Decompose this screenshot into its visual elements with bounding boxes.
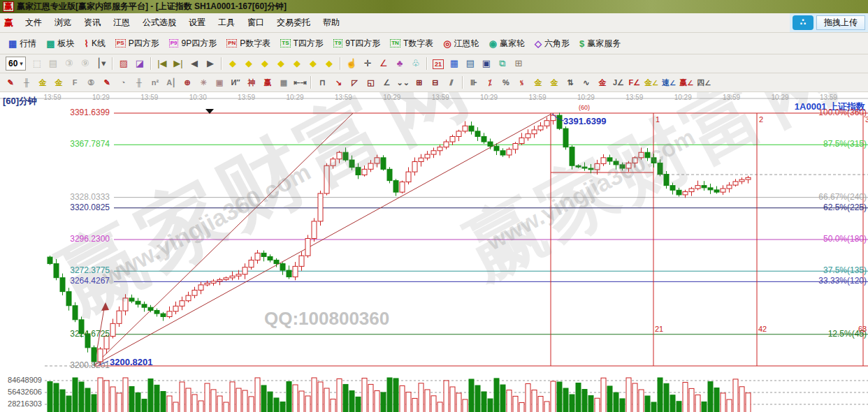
- text-tool[interactable]: A⎮: [164, 75, 179, 90]
- speed-angle-tool[interactable]: 速∠: [660, 75, 677, 90]
- gold-angle-tool[interactable]: 金∠: [643, 75, 660, 90]
- gann-wheel-button[interactable]: ◎江恩轮: [439, 35, 483, 52]
- winner-wheel-button[interactable]: ◉赢家轮: [485, 35, 529, 52]
- menu-窗口[interactable]: 窗口: [241, 15, 270, 31]
- calendar-tool[interactable]: 21: [431, 56, 446, 71]
- draw-pen-tool[interactable]: ✎: [3, 75, 18, 90]
- next-button[interactable]: ▶: [203, 56, 218, 71]
- drag-upload-button[interactable]: 拖拽上传: [816, 15, 865, 30]
- wave-shape-tool[interactable]: ♧: [408, 56, 424, 71]
- diamond-h-tool[interactable]: ◆: [257, 56, 273, 71]
- zigzag-tool[interactable]: ⌄⌄: [395, 75, 410, 90]
- time-cycle-tool[interactable]: ◔: [115, 75, 131, 90]
- p-square-button[interactable]: PSP四方形: [111, 35, 164, 52]
- grid-box2-tool[interactable]: ⊟: [428, 75, 443, 90]
- winner-service-button[interactable]: $赢家服务: [575, 35, 625, 52]
- hand-tool[interactable]: ☝: [344, 56, 359, 71]
- bars-9-tool[interactable]: ⑨: [78, 56, 93, 71]
- crosshair-tool[interactable]: ✛: [360, 56, 375, 71]
- period-dropdown[interactable]: 60 ▾: [6, 57, 26, 71]
- bars-3-tool[interactable]: ③: [62, 56, 77, 71]
- percent-line-tool[interactable]: ⁒: [482, 75, 498, 90]
- kline-button[interactable]: ⌇K线: [80, 35, 110, 52]
- gold-red-tool[interactable]: 金: [595, 75, 610, 90]
- diamond-compress-tool[interactable]: ◆: [289, 56, 305, 71]
- win-grid-tool[interactable]: 赢: [260, 75, 275, 90]
- percent-level-tool[interactable]: ﹪: [514, 75, 530, 90]
- menu-设置[interactable]: 设置: [182, 15, 212, 31]
- gold-grid-tool[interactable]: 金: [35, 75, 50, 90]
- win-angle-tool[interactable]: 赢∠: [678, 75, 695, 90]
- last-page-button[interactable]: ▶|: [171, 56, 186, 71]
- network-tool[interactable]: ⧉: [495, 56, 510, 71]
- span-tool[interactable]: ⇤⇥: [292, 75, 308, 90]
- fan-lines-tool[interactable]: ↘: [331, 75, 346, 90]
- t-number-table-button[interactable]: TNT数字表: [386, 35, 437, 52]
- fib-grid-tool[interactable]: F: [67, 75, 82, 90]
- grid-line-tool[interactable]: ╫: [19, 75, 34, 90]
- gold-level-tool[interactable]: 金: [547, 75, 562, 90]
- hexagon-button[interactable]: ◇六角形: [530, 35, 574, 52]
- box-top-tool[interactable]: ⊓: [314, 75, 330, 90]
- menu-帮助[interactable]: 帮助: [317, 15, 346, 31]
- brush-tool[interactable]: ✎: [99, 75, 115, 90]
- j-angle-tool[interactable]: J∠: [611, 75, 626, 90]
- diamond-expand-tool[interactable]: ◆: [273, 56, 289, 71]
- cloud-upload-icon[interactable]: ∴: [793, 15, 813, 30]
- candlestick-chart-canvas[interactable]: [0, 92, 868, 412]
- scale-tool[interactable]: ⊪: [466, 75, 482, 90]
- grid-box-tool[interactable]: ⊞: [412, 75, 427, 90]
- wave-shape-tool-icon: ♧: [412, 58, 420, 68]
- square-spiral-tool[interactable]: ▣: [212, 75, 227, 90]
- prev-button[interactable]: ◀: [187, 56, 202, 71]
- shen-tool[interactable]: 神: [244, 75, 259, 90]
- gann-shape-tool[interactable]: ♣: [392, 56, 407, 71]
- menu-公式选股[interactable]: 公式选股: [136, 15, 182, 31]
- diamond-all-tool[interactable]: ◆: [321, 56, 337, 71]
- gold-circle-tool[interactable]: 金: [530, 75, 546, 90]
- menu-交易委托[interactable]: 交易委托: [270, 15, 317, 31]
- diamond-right-tool[interactable]: ◆: [241, 56, 256, 71]
- wave-line-tool[interactable]: ∿: [579, 75, 594, 90]
- menu-工具[interactable]: 工具: [212, 15, 241, 31]
- field-grid-tool[interactable]: ▦: [276, 75, 291, 90]
- menu-资讯[interactable]: 资讯: [78, 15, 107, 31]
- gann-box-tool[interactable]: ◸: [347, 75, 362, 90]
- pattern-tool[interactable]: ▨: [116, 56, 131, 71]
- menu-浏览[interactable]: 浏览: [48, 15, 78, 31]
- five-cycle-tool[interactable]: ⑤: [83, 75, 99, 90]
- report-tool[interactable]: ▤: [463, 56, 478, 71]
- diamond-left-tool[interactable]: ◆: [225, 56, 240, 71]
- 9t-square-button[interactable]: T99T四方形: [329, 35, 384, 52]
- diamond-center-tool[interactable]: ◆: [305, 56, 321, 71]
- circle-cross-tool[interactable]: ⊕: [180, 75, 195, 90]
- four-angle-tool[interactable]: 四∠: [695, 75, 712, 90]
- p-number-table-button[interactable]: PNP数字表: [222, 35, 275, 52]
- info-tool[interactable]: ▤: [45, 56, 61, 71]
- f-angle-tool[interactable]: F∠: [627, 75, 642, 90]
- star-ray-tool[interactable]: ✳: [196, 75, 211, 90]
- angle-tool[interactable]: ∠: [376, 56, 391, 71]
- first-page-button[interactable]: |◀: [154, 56, 170, 71]
- t-square-button[interactable]: TST四方形: [276, 35, 328, 52]
- ruler-tool[interactable]: ╫: [131, 75, 147, 90]
- region-tool[interactable]: ⬚: [29, 56, 45, 71]
- gold-grid2-tool[interactable]: 金: [51, 75, 66, 90]
- calculator-tool[interactable]: ▦: [447, 56, 462, 71]
- parallel-lines-tool[interactable]: ⫽: [444, 75, 459, 90]
- 9p-square-button[interactable]: P99P四方形: [165, 35, 221, 52]
- sectors-button[interactable]: ▩板块: [42, 35, 78, 52]
- updown-tool[interactable]: ⇅: [563, 75, 578, 90]
- percent-tool[interactable]: %: [498, 75, 514, 90]
- quotes-button[interactable]: ▦行情: [4, 35, 41, 52]
- candle-style-tool[interactable]: ⎮▾: [94, 56, 109, 71]
- gann-square-tool[interactable]: ◱: [363, 75, 378, 90]
- delivery-tool[interactable]: ⊞: [511, 56, 526, 71]
- menu-江恩[interactable]: 江恩: [107, 15, 136, 31]
- square-number-tool[interactable]: n²: [147, 75, 163, 90]
- menu-文件[interactable]: 文件: [19, 15, 48, 31]
- save-tool[interactable]: ▣: [479, 56, 494, 71]
- n-wave-tool[interactable]: И″: [228, 75, 243, 90]
- color-chart-tool[interactable]: ◪: [132, 56, 147, 71]
- angle-line-tool[interactable]: ∠: [379, 75, 394, 90]
